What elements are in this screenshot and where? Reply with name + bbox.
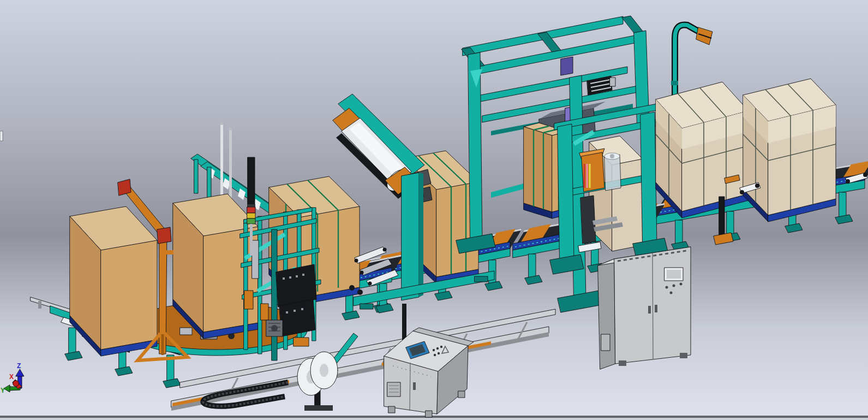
console-button[interactable] bbox=[433, 349, 435, 351]
vertical-slide-top bbox=[561, 57, 573, 75]
floor-strip bbox=[0, 418, 868, 420]
console-handle[interactable] bbox=[413, 382, 416, 390]
console-button[interactable] bbox=[434, 354, 436, 356]
door-handle[interactable] bbox=[655, 305, 657, 312]
post-bracket bbox=[157, 227, 171, 244]
lance-plate bbox=[279, 299, 315, 336]
finished-load-1[interactable] bbox=[656, 82, 749, 218]
console-vent bbox=[387, 382, 400, 397]
carton-front bbox=[101, 240, 157, 350]
portal-left-column bbox=[558, 124, 574, 264]
y-axis-label: Y bbox=[1, 387, 5, 394]
cad-viewport[interactable]: Z X Y bbox=[0, 0, 868, 420]
floor-line bbox=[0, 416, 868, 418]
dispenser-mast bbox=[402, 173, 419, 300]
pallet-load-1[interactable] bbox=[70, 206, 157, 356]
electrical-cabinet[interactable] bbox=[598, 247, 691, 369]
console-button[interactable] bbox=[440, 346, 442, 348]
console-button[interactable] bbox=[438, 352, 440, 354]
film-roll bbox=[604, 155, 621, 191]
finished-load-2[interactable] bbox=[743, 79, 836, 222]
light-pole bbox=[248, 157, 255, 208]
lamp-green bbox=[247, 218, 255, 224]
side-vent bbox=[601, 334, 610, 351]
portal-right-column bbox=[640, 112, 657, 247]
mast-clamp bbox=[671, 81, 678, 85]
console-button[interactable] bbox=[436, 347, 439, 350]
clipped-part-left-edge bbox=[0, 131, 3, 141]
cabinet-side bbox=[598, 259, 615, 369]
x-axis-label: X bbox=[9, 373, 14, 381]
lamp-yellow bbox=[247, 213, 255, 218]
door-handle[interactable] bbox=[648, 306, 651, 313]
z-axis-label: Z bbox=[17, 362, 21, 370]
lamp-red bbox=[247, 207, 255, 213]
pallet-gripper bbox=[580, 196, 596, 244]
